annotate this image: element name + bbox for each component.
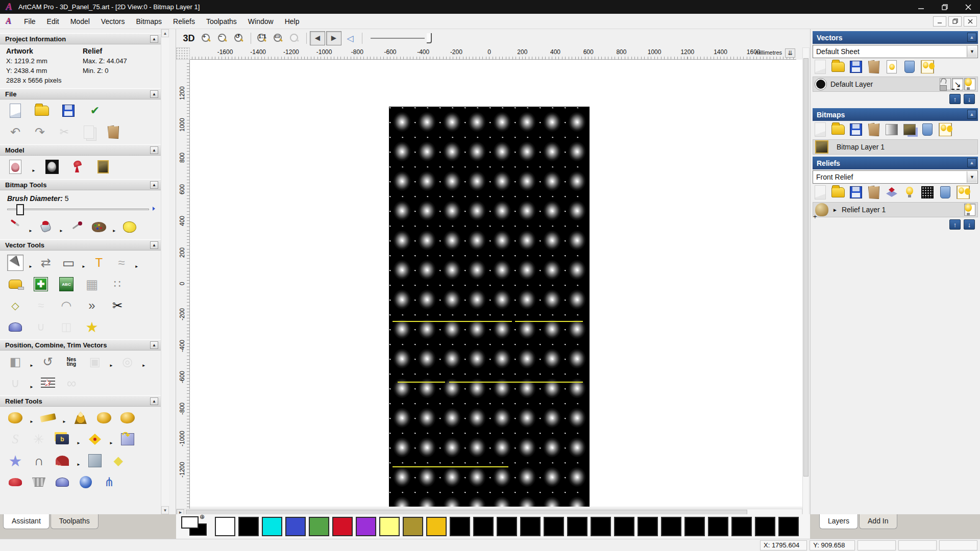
toggle-sheet-visibility-icon[interactable] xyxy=(885,60,898,73)
colour-picker-icon[interactable] xyxy=(68,219,85,235)
wrap-relief-icon[interactable] xyxy=(119,431,136,447)
palette-swatch-1[interactable] xyxy=(238,517,259,536)
merge-relief-icon[interactable] xyxy=(867,186,880,199)
guide-line[interactable] xyxy=(449,382,583,383)
trim-vectors-icon[interactable]: ✂ xyxy=(109,297,126,314)
collapse-button[interactable]: ▲ xyxy=(150,90,158,98)
guide-line[interactable] xyxy=(515,321,583,322)
layer-visibility-button[interactable] xyxy=(964,78,975,90)
child-restore-button[interactable] xyxy=(948,16,962,27)
move-layer-down-button[interactable]: ↓ xyxy=(964,94,975,104)
palette-swatch-10[interactable] xyxy=(450,517,470,536)
delete-relief-layer-icon[interactable] xyxy=(939,186,952,199)
align-vectors-flyout-icon[interactable]: ► xyxy=(30,363,34,368)
bitmap-to-layer-icon[interactable] xyxy=(903,123,916,136)
group-vectors-icon[interactable]: ▣ xyxy=(87,354,103,370)
open-vectors-icon[interactable] xyxy=(831,60,845,73)
shape-editor-flyout-icon[interactable]: ► xyxy=(62,419,66,424)
interlock-vectors-icon[interactable]: ∞ xyxy=(63,375,80,391)
weld-vectors-flyout-icon[interactable]: ► xyxy=(142,363,146,368)
calculate-relief-icon[interactable] xyxy=(7,410,23,426)
tab-toolpaths[interactable]: Toolpaths xyxy=(51,514,99,529)
merge-vectors-icon[interactable] xyxy=(867,60,880,73)
basket-weave-icon[interactable] xyxy=(31,474,47,490)
greyscale-from-model-flyout-icon[interactable]: ► xyxy=(32,168,36,173)
scrollbar-thumb[interactable] xyxy=(803,58,808,477)
paint-brush-flyout-icon[interactable]: ► xyxy=(29,229,33,233)
bitmap-layer-row[interactable]: Bitmap Layer 1 xyxy=(813,139,978,155)
menu-reliefs[interactable]: Reliefs xyxy=(167,15,201,28)
zoom-previous-button[interactable]: ↺ xyxy=(231,31,247,45)
distort-vectors-icon[interactable]: ≈ xyxy=(113,255,130,271)
redo-icon[interactable]: ↷ xyxy=(32,124,48,140)
bitmaps-header[interactable]: Bitmaps ▲ xyxy=(813,108,978,121)
collapse-button[interactable]: ▲ xyxy=(150,397,158,405)
extrude-vector-icon[interactable] xyxy=(7,319,23,335)
select-vectors-flyout-icon[interactable]: ► xyxy=(29,264,33,269)
greyscale-from-model-icon[interactable] xyxy=(7,159,23,175)
section-file[interactable]: File ▲ xyxy=(0,88,161,99)
zoom-objects-button[interactable] xyxy=(287,31,302,45)
ruler-origin-icon[interactable] xyxy=(176,47,190,60)
render-model-icon[interactable] xyxy=(69,159,86,175)
palette-swatch-13[interactable] xyxy=(520,517,541,536)
guide-line[interactable] xyxy=(393,466,508,467)
section-position-combine-trim[interactable]: Position, Combine, Trim Vectors ▲ xyxy=(0,339,161,350)
vectors-header[interactable]: Vectors ▲ xyxy=(813,31,978,44)
invert-model-icon[interactable] xyxy=(44,159,60,175)
join-vectors-icon[interactable]: ∪ xyxy=(7,375,23,391)
new-model-icon[interactable] xyxy=(7,103,23,119)
brush-diameter-slider[interactable] xyxy=(7,204,154,216)
red-relief-icon[interactable] xyxy=(7,474,23,490)
palette-swatch-9[interactable] xyxy=(426,517,447,536)
relief-texture-icon[interactable] xyxy=(921,186,934,199)
flood-fill-icon[interactable] xyxy=(38,219,54,235)
new-sheet-icon[interactable] xyxy=(814,60,827,73)
all-layers-visible-icon[interactable] xyxy=(921,60,934,73)
restore-button[interactable] xyxy=(933,0,957,14)
sculpting-icon[interactable]: S xyxy=(7,431,23,447)
collapse-button[interactable]: ▲ xyxy=(150,241,158,249)
emboss-relief-icon[interactable]: b xyxy=(54,431,70,447)
primary-colour-swatch[interactable] xyxy=(181,516,199,529)
measure-icon[interactable] xyxy=(7,276,23,292)
collapse-button[interactable]: ▲ xyxy=(150,146,158,154)
palette-swatch-11[interactable] xyxy=(473,517,494,536)
2d-view[interactable] xyxy=(190,60,802,507)
child-minimize-button[interactable] xyxy=(933,16,946,27)
ruler-options-button[interactable]: ⇊ xyxy=(785,48,795,58)
select-vectors-icon[interactable] xyxy=(7,255,23,271)
fan-relief-icon[interactable] xyxy=(54,453,70,469)
node-editing-icon[interactable]: ✚ xyxy=(33,276,49,292)
collapse-button[interactable]: ▲ xyxy=(150,181,158,189)
paste-relief-icon[interactable]: ◆ xyxy=(110,453,127,469)
zoom-fit-button[interactable]: ▭ xyxy=(271,31,286,45)
section-project-information[interactable]: Project Information ▲ xyxy=(0,33,161,44)
star-relief-icon[interactable]: ★ xyxy=(7,453,23,469)
section-vector-tools[interactable]: Vector Tools ▲ xyxy=(0,239,161,251)
create-star-icon[interactable]: ★ xyxy=(84,319,100,335)
delete-bitmap-layer-icon[interactable] xyxy=(921,123,934,136)
primary-secondary-colours[interactable]: ⊕ xyxy=(181,515,209,538)
sheet-selector[interactable]: Default Sheet ▼ xyxy=(813,45,978,58)
load-image-icon[interactable] xyxy=(95,159,111,175)
create-arc-icon[interactable]: ◠ xyxy=(58,297,75,314)
mirror-vectors-icon[interactable]: ◫ xyxy=(58,319,75,335)
vector-layer-row[interactable]: Default Layer ↘ xyxy=(813,77,978,92)
palette-swatch-6[interactable] xyxy=(356,517,376,536)
emboss-relief-flyout-icon[interactable]: ► xyxy=(77,441,81,445)
collapse-button[interactable]: ▲ xyxy=(150,35,158,43)
new-relief-layer-icon[interactable] xyxy=(814,186,827,199)
menu-help[interactable]: Help xyxy=(279,15,305,28)
move-layer-up-button[interactable]: ↑ xyxy=(949,94,961,104)
palette-swatch-12[interactable] xyxy=(497,517,517,536)
palette-swatch-3[interactable] xyxy=(285,517,306,536)
weld-vectors-icon[interactable]: ◎ xyxy=(119,354,136,370)
sphere-relief-icon[interactable] xyxy=(78,474,94,490)
menu-vectors[interactable]: Vectors xyxy=(95,15,131,28)
scroll-up-button[interactable]: ▲ xyxy=(161,29,169,37)
offset-relief-flyout-icon[interactable]: ► xyxy=(109,441,113,445)
guide-line[interactable] xyxy=(393,321,512,322)
smooth-relief-icon[interactable] xyxy=(885,186,898,199)
palette-swatch-0[interactable] xyxy=(215,517,235,536)
